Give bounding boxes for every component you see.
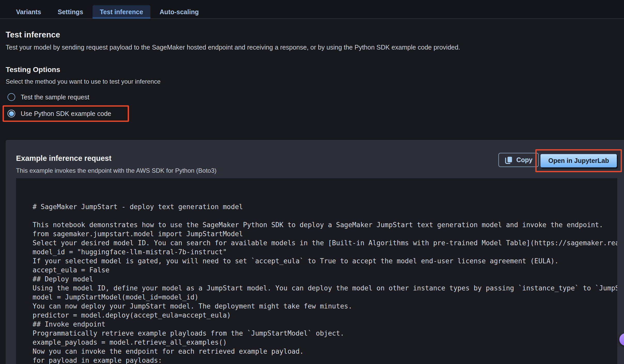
code-line: Using the model ID, define your model as… — [33, 284, 617, 293]
open-in-jupyterlab-button[interactable]: Open in JupyterLab — [540, 154, 617, 168]
code-line: Programmatically retrieve example playlo… — [33, 329, 617, 338]
code-line: ## Invoke endpoint — [33, 320, 617, 329]
copy-icon — [505, 156, 513, 164]
code-line — [33, 211, 617, 220]
code-line: predictor = model.deploy(accept_eula=acc… — [33, 311, 617, 320]
code-line: model_id = "huggingface-llm-mistral-7b-i… — [33, 248, 617, 257]
radio-button[interactable] — [7, 110, 15, 117]
code-block[interactable]: # SageMaker JumpStart - deploy text gene… — [16, 178, 617, 364]
code-line: accept_eula = False — [33, 266, 617, 275]
tab-auto-scaling[interactable]: Auto-scaling — [153, 5, 206, 19]
code-line: model = JumpStartModel(model_id=model_id… — [33, 293, 617, 302]
copy-button-label: Copy — [516, 156, 533, 164]
copy-button[interactable]: Copy — [498, 153, 539, 167]
example-inference-panel: Example inference request This example i… — [6, 140, 624, 364]
testing-options-subtitle: Select the method you want to use to tes… — [6, 78, 624, 85]
code-line: # SageMaker JumpStart - deploy text gene… — [33, 202, 617, 211]
code-line: Select your desired model ID. You can se… — [33, 239, 617, 248]
testing-options-title: Testing Options — [6, 66, 624, 74]
tab-settings[interactable]: Settings — [50, 5, 90, 19]
main-content: Test inference Test your model by sendin… — [6, 30, 624, 122]
radio-option-use-python-sdk-example-code[interactable]: Use Python SDK example code — [3, 105, 129, 122]
code-line: for payload in example_payloads: — [33, 356, 617, 364]
code-line: example_payloads = model.retrieve_all_ex… — [33, 338, 617, 347]
radio-label: Use Python SDK example code — [21, 110, 111, 117]
code-line: You can now deploy your JumpStart model.… — [33, 302, 617, 311]
page-description: Test your model by sending request paylo… — [6, 44, 624, 51]
radio-button[interactable] — [7, 93, 15, 101]
tab-bar: Variants Settings Test inference Auto-sc… — [0, 0, 624, 19]
tab-variants[interactable]: Variants — [9, 5, 48, 19]
radio-label: Test the sample request — [21, 93, 89, 101]
radio-option-test-the-sample-request[interactable]: Test the sample request — [3, 89, 107, 105]
code-line: Now you can invoke the endpoint for each… — [33, 347, 617, 356]
page-title: Test inference — [6, 30, 624, 39]
annotation-box-open-jupyterlab: Open in JupyterLab — [535, 149, 622, 172]
code-line: from sagemaker.jumpstart.model import Ju… — [33, 230, 617, 239]
testing-options-radio-group: Test the sample request Use Python SDK e… — [3, 89, 624, 122]
code-line: If your selected model is gated, you wil… — [33, 257, 617, 266]
code-line: ## Deploy model — [33, 275, 617, 284]
radio-dot — [9, 111, 14, 116]
tab-test-inference[interactable]: Test inference — [93, 5, 150, 19]
code-line: This notebook demonstrates how to use th… — [33, 220, 617, 230]
